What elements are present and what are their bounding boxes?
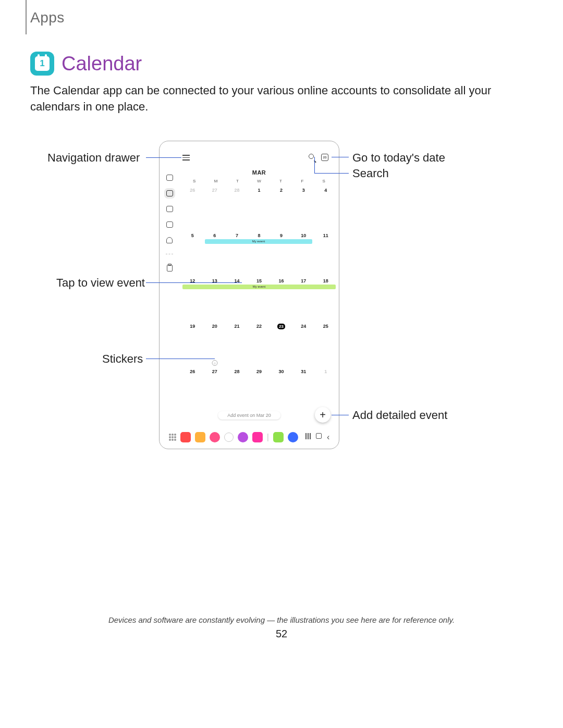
day-cell[interactable]: 6 xyxy=(204,231,226,276)
calendar-icon-digit: 1 xyxy=(35,56,50,71)
dow-cell: F xyxy=(291,179,313,183)
rail-trash-icon[interactable] xyxy=(167,265,173,272)
sticker-icon[interactable]: ☺ xyxy=(212,360,217,366)
day-cell[interactable]: 10 xyxy=(292,231,315,276)
home-icon[interactable] xyxy=(316,433,322,439)
day-cell[interactable]: 24 xyxy=(292,322,315,367)
day-cell[interactable]: 14 xyxy=(226,276,248,322)
day-cell[interactable]: 26 xyxy=(181,186,204,231)
day-cell[interactable]: 18 xyxy=(314,276,337,322)
calendar-app-icon: 1 xyxy=(30,52,54,76)
dow-cell: S xyxy=(313,179,335,183)
event-bar[interactable]: My event xyxy=(182,285,336,289)
day-cell[interactable]: 28 xyxy=(226,186,248,231)
dock-app-icon[interactable] xyxy=(210,432,220,442)
device-screenshot: 23 MAR S M T W T F S 2627281234567891011… xyxy=(159,141,339,449)
dock-app-icon[interactable] xyxy=(180,432,191,442)
day-cell[interactable]: 22 xyxy=(248,322,271,367)
dock-app-icon[interactable] xyxy=(273,432,284,442)
day-cell[interactable]: 21 xyxy=(226,322,248,367)
page-heading: 1 Calendar xyxy=(30,52,142,76)
day-cell[interactable]: 12 xyxy=(181,276,204,322)
callout-line xyxy=(332,157,349,157)
day-cell[interactable]: 9 xyxy=(270,231,292,276)
day-cell[interactable]: 7 xyxy=(226,231,248,276)
header-rule xyxy=(26,0,27,34)
day-cell[interactable]: 26 xyxy=(181,367,204,412)
callout-line xyxy=(314,173,349,174)
hamburger-icon[interactable] xyxy=(182,155,190,161)
callout-line-v xyxy=(314,157,315,173)
day-cell[interactable]: 30 xyxy=(270,367,292,412)
back-icon[interactable]: ‹ xyxy=(327,433,329,441)
day-cell[interactable]: 2 xyxy=(270,186,292,231)
day-cell[interactable]: 1 xyxy=(248,186,271,231)
app-drawer-icon[interactable] xyxy=(169,434,176,441)
nav-bar: | ‹ xyxy=(160,429,339,446)
day-cell[interactable]: 25 xyxy=(314,322,337,367)
rail-divider xyxy=(166,254,173,254)
side-rail xyxy=(160,167,179,425)
dock-app-icon[interactable] xyxy=(195,432,205,442)
dock-app-icon[interactable] xyxy=(224,433,234,442)
rail-reminder-icon[interactable] xyxy=(166,237,173,243)
callout-line xyxy=(146,359,215,359)
day-cell[interactable]: 4 xyxy=(314,186,337,231)
footnote: Devices and software are constantly evol… xyxy=(0,615,563,624)
day-cell[interactable]: 8 xyxy=(248,231,271,276)
day-cell[interactable]: 3 xyxy=(292,186,315,231)
dow-cell: T xyxy=(227,179,248,183)
dow-cell: T xyxy=(270,179,291,183)
month-label: MAR xyxy=(179,169,339,176)
day-cell[interactable]: 27 xyxy=(204,186,226,231)
day-cell[interactable]: 28 xyxy=(226,367,248,412)
add-event-fab[interactable]: + xyxy=(315,407,331,423)
week-row: 567891011My event xyxy=(181,231,337,276)
day-cell[interactable]: 1 xyxy=(314,367,337,412)
callout-search: Search xyxy=(352,167,389,180)
page-number: 52 xyxy=(0,628,563,640)
day-cell[interactable]: 5 xyxy=(181,231,204,276)
dock-app-icon[interactable] xyxy=(238,432,248,442)
day-cell[interactable]: 29 xyxy=(248,367,271,412)
system-nav: ‹ xyxy=(305,433,329,441)
day-cell[interactable]: 27 xyxy=(204,367,226,412)
recents-icon[interactable] xyxy=(305,433,311,441)
event-bar[interactable]: My event xyxy=(205,239,313,244)
day-cell[interactable]: 11 xyxy=(314,231,337,276)
day-cell[interactable]: 19 xyxy=(181,322,204,367)
callout-line xyxy=(332,415,349,415)
dow-cell: S xyxy=(183,179,205,183)
today-icon[interactable]: 23 xyxy=(321,154,328,161)
add-event-pill[interactable]: Add event on Mar 20 xyxy=(218,411,280,419)
callout-line xyxy=(146,282,242,283)
month-view: MAR S M T W T F S 2627281234567891011My … xyxy=(179,167,339,425)
day-of-week-row: S M T W T F S xyxy=(179,179,339,183)
week-row: 2627282930311 xyxy=(181,367,337,412)
rail-view-icon-selected[interactable] xyxy=(166,190,173,196)
day-cell[interactable]: 17 xyxy=(292,276,315,322)
week-row: 2627281234 xyxy=(181,186,337,231)
dock-app-icon[interactable] xyxy=(288,432,298,442)
week-row: 19202122232425☺ xyxy=(181,322,337,367)
rail-view-icon[interactable] xyxy=(166,206,173,212)
week-row: 12131415161718My event xyxy=(181,276,337,322)
callout-stickers: Stickers xyxy=(102,352,143,366)
day-cell[interactable]: 13 xyxy=(204,276,226,322)
callout-add-detailed: Add detailed event xyxy=(352,409,447,422)
callout-today: Go to today's date xyxy=(352,151,445,165)
breadcrumb: Apps xyxy=(30,9,65,26)
day-cell[interactable]: 16 xyxy=(270,276,292,322)
rail-view-icon[interactable] xyxy=(166,175,173,181)
page-title: Calendar xyxy=(62,53,142,75)
rail-view-icon[interactable] xyxy=(166,221,173,228)
callout-tap-view: Tap to view event xyxy=(56,276,145,290)
dow-cell: W xyxy=(248,179,270,183)
callout-nav-drawer: Navigation drawer xyxy=(47,151,140,165)
day-cell[interactable]: 31 xyxy=(292,367,315,412)
dock-app-icon[interactable] xyxy=(252,432,263,442)
callout-line xyxy=(146,157,181,158)
day-cell[interactable]: 23 xyxy=(270,322,292,367)
dow-cell: M xyxy=(205,179,226,183)
day-cell[interactable]: 15 xyxy=(248,276,271,322)
